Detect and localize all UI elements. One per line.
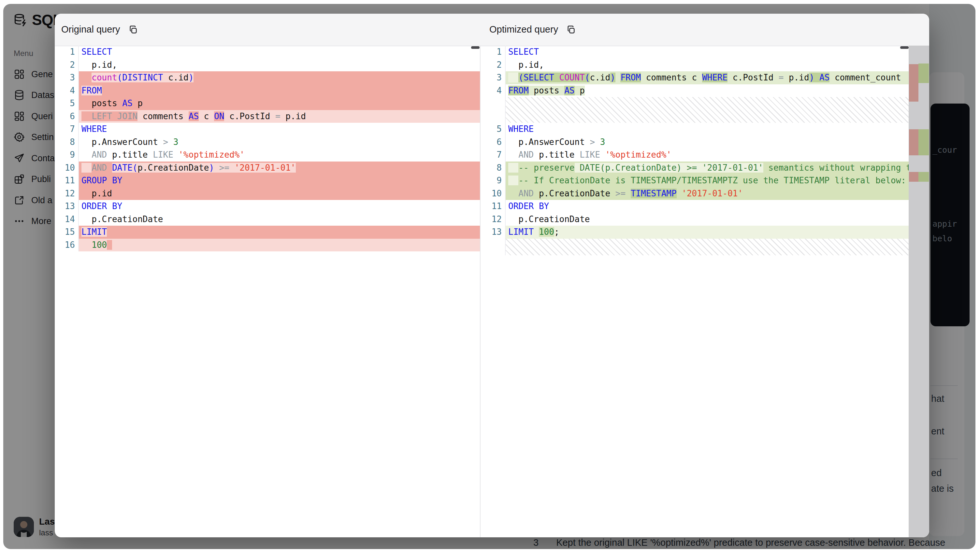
line-number: 1 xyxy=(480,46,505,59)
optimized-code-line-6: p.AnswerCount > 3 xyxy=(506,136,908,149)
original-code-line-3: count(DISTINCT c.id) xyxy=(79,71,480,84)
original-code-line-14: p.CreationDate xyxy=(79,213,480,226)
line-number: 14 xyxy=(55,213,78,226)
optimized-query-title: Optimized query xyxy=(489,24,558,35)
original-scrollbar-thumb[interactable] xyxy=(471,46,480,49)
original-code-line-16: 100 xyxy=(79,239,480,252)
line-number: 10 xyxy=(55,162,78,175)
optimized-filler-row xyxy=(506,97,908,123)
gutter-spacer xyxy=(480,97,505,123)
line-number: 13 xyxy=(55,200,78,213)
original-code-line-13: ORDER BY xyxy=(79,200,480,213)
original-code-line-11: GROUP BY xyxy=(79,174,480,187)
copy-icon xyxy=(566,24,576,35)
original-code-line-15: LIMIT xyxy=(79,225,480,239)
line-number: 6 xyxy=(55,110,78,123)
original-code-line-9: AND p.title LIKE '%optimized%' xyxy=(79,149,480,162)
original-code-line-5: posts AS p xyxy=(79,97,480,110)
optimized-code-line-9: -- If CreationDate is TIMESTAMP/TIMESTAM… xyxy=(506,174,908,187)
original-code-area[interactable]: SELECT p.id, count(DISTINCT c.id)FROM po… xyxy=(79,46,480,251)
line-number: 8 xyxy=(480,162,505,175)
line-number: 1 xyxy=(55,46,78,59)
optimized-code-line-12: p.CreationDate xyxy=(506,213,908,226)
line-number: 7 xyxy=(55,123,78,136)
original-code-line-2: p.id, xyxy=(79,59,480,71)
copy-icon xyxy=(128,24,138,35)
line-number: 4 xyxy=(55,84,78,97)
optimized-code-line-3: (SELECT COUNT(c.id) FROM comments c WHER… xyxy=(506,71,908,84)
ruler-red-mark xyxy=(909,129,918,155)
line-number: 2 xyxy=(480,59,505,71)
line-number: 8 xyxy=(55,136,78,149)
original-line-numbers: 12345678910111213141516 xyxy=(55,46,79,251)
optimized-code-line-8: -- preserve DATE(p.CreationDate) >= '201… xyxy=(506,162,908,175)
line-number: 11 xyxy=(480,200,505,213)
line-number: 3 xyxy=(480,71,505,84)
original-query-title: Original query xyxy=(61,24,120,35)
optimized-code-line-1: SELECT xyxy=(506,46,908,59)
copy-optimized-button[interactable] xyxy=(565,24,577,35)
optimized-line-numbers: 12345678910111213 xyxy=(480,46,506,255)
original-code-line-10: AND DATE(p.CreationDate) >= '2017-01-01' xyxy=(79,162,480,175)
line-number: 6 xyxy=(480,136,505,149)
gutter-spacer xyxy=(480,239,505,255)
optimized-code-area[interactable]: SELECT p.id, (SELECT COUNT(c.id) FROM co… xyxy=(506,46,908,255)
original-code-line-12: p.id xyxy=(79,187,480,200)
optimized-filler-row xyxy=(506,239,908,255)
ruler-green-mark xyxy=(918,129,929,155)
optimized-code-line-2: p.id, xyxy=(506,59,908,71)
line-number: 10 xyxy=(480,187,505,200)
line-number: 5 xyxy=(480,123,505,136)
optimized-query-header: Optimized query xyxy=(489,14,577,45)
line-number: 2 xyxy=(55,59,78,71)
ruler-green-mark xyxy=(918,172,929,182)
copy-original-button[interactable] xyxy=(127,24,139,35)
line-number: 9 xyxy=(480,174,505,187)
ruler-red-mark xyxy=(909,64,918,102)
line-number: 7 xyxy=(480,149,505,162)
original-code-line-7: WHERE xyxy=(79,123,480,136)
line-number: 4 xyxy=(480,84,505,97)
ruler-red-mark xyxy=(909,172,918,182)
line-number: 5 xyxy=(55,97,78,110)
line-number: 13 xyxy=(480,225,505,239)
original-code-line-4: FROM xyxy=(79,84,480,97)
line-number: 12 xyxy=(55,187,78,200)
query-diff-modal: Original query Optimized query xyxy=(55,14,929,537)
optimized-scrollbar-thumb[interactable] xyxy=(900,46,908,49)
optimized-code-line-4: FROM posts AS p xyxy=(506,84,908,97)
optimized-code-line-10: AND p.CreationDate >= TIMESTAMP '2017-01… xyxy=(506,187,908,200)
optimized-code-line-7: AND p.title LIKE '%optimized%' xyxy=(506,149,908,162)
line-number: 15 xyxy=(55,225,78,239)
optimized-code-line-11: ORDER BY xyxy=(506,200,908,213)
original-code-line-8: p.AnswerCount > 3 xyxy=(79,136,480,149)
original-code-line-1: SELECT xyxy=(79,46,480,59)
ruler-green-mark xyxy=(918,64,929,83)
line-number: 16 xyxy=(55,239,78,252)
line-number: 3 xyxy=(55,71,78,84)
diff-overview-ruler[interactable] xyxy=(908,46,929,537)
original-code-line-6: LEFT JOIN comments AS c ON c.PostId = p.… xyxy=(79,110,480,123)
page: SQL Menu GeneDatasQueriSettinContaPubliO… xyxy=(0,0,980,551)
line-number: 12 xyxy=(480,213,505,226)
line-number: 11 xyxy=(55,174,78,187)
optimized-code-line-13: LIMIT 100; xyxy=(506,225,908,239)
app-window: SQL Menu GeneDatasQueriSettinContaPubliO… xyxy=(3,4,975,549)
line-number: 9 xyxy=(55,149,78,162)
original-query-header: Original query xyxy=(61,14,139,45)
optimized-code-line-5: WHERE xyxy=(506,123,908,136)
